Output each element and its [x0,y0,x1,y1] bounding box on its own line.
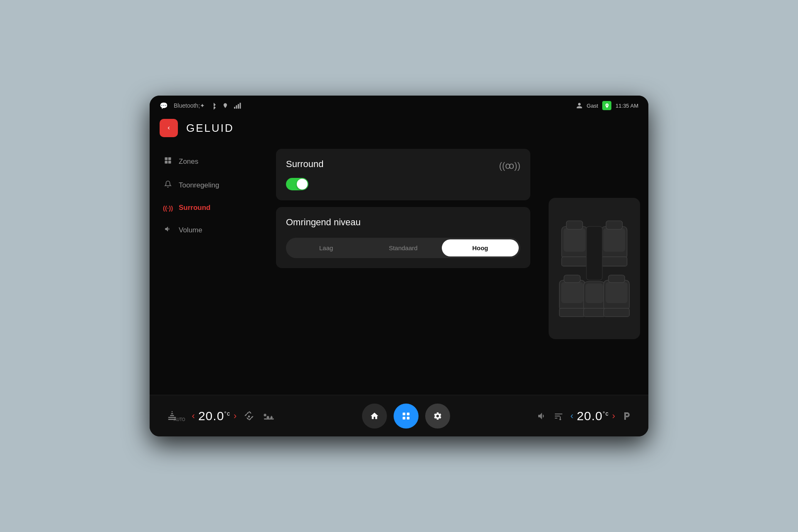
climate-right: ‹ 20.0°c › [537,409,632,423]
svg-rect-26 [608,275,625,283]
svg-rect-13 [603,228,625,251]
car-panel [540,142,648,395]
toggle-container [286,178,324,190]
toonregeling-icon [163,180,173,190]
message-icon: 💬 [160,102,168,110]
main-screen: 💬 Bluetooth;✦ Gast [150,96,648,436]
sidebar-item-toonregeling[interactable]: Toonregeling [153,174,263,196]
car-seats-svg [557,210,632,327]
temp-left-value: 20.0°c [198,409,230,423]
svg-rect-28 [403,412,405,415]
apps-button[interactable] [394,404,419,429]
fan-icons [243,410,275,422]
status-bar: 💬 Bluetooth;✦ Gast [150,96,648,116]
volume-right-icon [537,411,547,421]
svg-rect-17 [561,282,583,303]
username-label: Gast [587,103,598,109]
user-icon [576,102,583,109]
svg-rect-22 [584,308,605,317]
temp-right-value: 20.0°c [577,409,609,423]
niveau-buttons: Laag Standaard Hoog [286,238,520,258]
svg-rect-24 [606,282,628,303]
zones-icon [163,156,173,167]
svg-rect-6 [165,161,168,164]
toonregeling-label: Toonregeling [179,181,219,190]
time-label: 11:35 AM [616,103,638,109]
svg-rect-10 [562,257,587,266]
temp-left-increase[interactable]: › [234,411,236,421]
temp-control-left: ‹ 20.0°c › [192,409,237,423]
back-button[interactable] [160,119,178,137]
volume-label: Volume [179,226,202,234]
map-icon [602,101,611,110]
svg-rect-0 [234,107,235,109]
svg-rect-21 [586,283,603,303]
temp-right-decrease[interactable]: ‹ [570,411,573,421]
svg-rect-2 [238,104,239,108]
svg-rect-14 [601,257,627,266]
niveau-btn-hoog[interactable]: Hoog [442,239,519,256]
auto-label: AUTO [174,417,185,422]
settings-button[interactable] [425,404,450,429]
home-button[interactable] [362,404,387,429]
bottom-bar: AUTO ‹ 20.0°c › [150,395,648,436]
svg-rect-7 [168,161,171,164]
niveau-card: Omringend niveau Laag Standaard Hoog [276,207,530,268]
status-icons-left: 💬 Bluetooth;✦ [160,102,241,110]
heated-windshield-icon[interactable] [263,410,275,422]
surround-wave-icon: ((ꝏ)) [499,160,520,171]
svg-rect-5 [168,158,171,160]
svg-rect-30 [403,416,405,419]
park-icon [622,411,632,421]
sidebar-item-surround[interactable]: ((·)) Surround [153,198,263,218]
fan-icon[interactable] [243,410,255,422]
surround-card: Surround ((ꝏ)) [276,149,530,200]
niveau-btn-standaard[interactable]: Standaard [365,239,441,256]
volume-icon [163,225,173,235]
signal-icon [234,102,241,109]
sidebar: Zones Toonregeling ((·)) Surround [150,142,266,395]
svg-rect-18 [559,308,585,317]
sidebar-item-zones[interactable]: Zones [153,150,263,172]
svg-rect-3 [240,103,241,108]
surround-toggle[interactable] [286,178,308,190]
sidebar-item-volume[interactable]: Volume [153,219,263,241]
svg-rect-1 [236,105,237,108]
equalizer-icon [554,411,564,421]
svg-rect-11 [566,221,583,229]
surround-card-title: Surround [286,159,324,170]
header: GELUID [150,116,648,142]
content-area: Surround ((ꝏ)) Omringend niveau Laag Sta… [266,142,540,395]
location-icon [222,102,228,109]
svg-rect-15 [606,221,622,229]
svg-rect-31 [407,416,409,419]
page-title: GELUID [186,122,234,135]
svg-rect-25 [604,308,630,317]
svg-rect-9 [564,228,586,251]
nav-center [362,404,450,429]
svg-rect-27 [586,227,602,280]
niveau-title: Omringend niveau [286,217,520,228]
surround-icon: ((·)) [163,204,173,212]
car-visual [549,198,640,339]
surround-card-inner: Surround [286,159,324,190]
niveau-btn-laag[interactable]: Laag [288,239,365,256]
svg-rect-19 [564,275,580,283]
climate-left: AUTO ‹ 20.0°c › [166,409,275,423]
temp-right-increase[interactable]: › [612,411,615,421]
temp-control-right: ‹ 20.0°c › [570,409,615,423]
toggle-knob [297,179,308,190]
svg-rect-4 [165,158,168,160]
main-content: Zones Toonregeling ((·)) Surround [150,142,648,395]
status-right: Gast 11:35 AM [576,101,638,110]
bluetooth-icon: Bluetooth;✦ [174,102,205,109]
zones-label: Zones [179,158,198,166]
surround-label: Surround [179,204,211,212]
bluetooth-icon [211,102,217,110]
temp-left-decrease[interactable]: ‹ [192,411,195,421]
svg-rect-29 [407,412,409,415]
